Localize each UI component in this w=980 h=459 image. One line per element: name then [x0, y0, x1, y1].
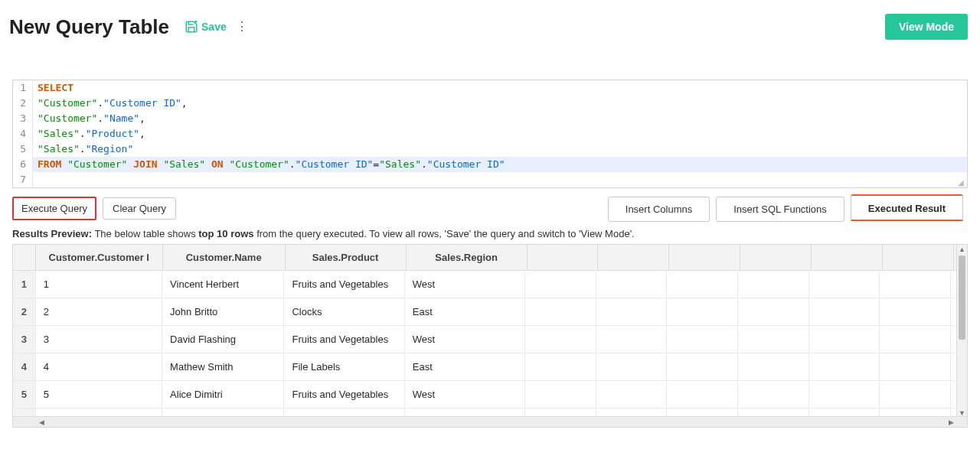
cell-empty	[596, 271, 668, 298]
table-row[interactable]: 66Elizabeth DavidArt SuppliesEast	[13, 409, 967, 416]
cell-region: West	[405, 326, 525, 353]
code-line[interactable]: 3"Customer"."Name",	[13, 111, 967, 126]
cell-empty	[596, 409, 668, 416]
cell-empty	[809, 353, 880, 380]
cell-customer-name: Mathew Smith	[162, 353, 284, 380]
line-number: 5	[13, 142, 33, 157]
cell-empty	[667, 271, 738, 298]
code-content[interactable]: "Customer"."Customer ID",	[33, 96, 967, 111]
table-row[interactable]: 22John BrittoClocksEast	[13, 298, 967, 326]
row-number: 4	[13, 353, 36, 380]
cell-empty	[880, 381, 951, 408]
horizontal-scrollbar[interactable]: ◀ ▶	[13, 416, 967, 427]
clear-query-button[interactable]: Clear Query	[103, 197, 176, 220]
line-number: 1	[13, 80, 33, 96]
code-content[interactable]: "Customer"."Name",	[33, 111, 967, 126]
cell-customer-name: Alice Dimitri	[162, 381, 284, 408]
editor-resize-handle[interactable]: ◢	[958, 178, 965, 186]
results-preview-text: Results Preview: The below table shows t…	[12, 228, 968, 239]
cell-product: Fruits and Vegetables	[284, 381, 404, 408]
code-line[interactable]: 4"Sales"."Product",	[13, 126, 967, 142]
page-header: New Query Table Save ⋮ View Mode	[0, 0, 980, 44]
cell-empty	[596, 381, 668, 408]
line-number: 7	[13, 172, 33, 187]
cell-empty	[596, 298, 668, 325]
code-line[interactable]: 5"Sales"."Region"	[13, 142, 967, 157]
column-header[interactable]: Customer.Customer I	[36, 245, 163, 270]
cell-empty	[525, 381, 596, 408]
execute-query-button[interactable]: Execute Query	[12, 197, 96, 220]
vertical-scroll-thumb[interactable]	[959, 256, 965, 340]
row-number: 1	[13, 271, 36, 298]
cell-empty	[880, 298, 951, 325]
cell-customer-id: 6	[36, 409, 162, 416]
row-number: 5	[13, 381, 36, 408]
save-button[interactable]: Save	[185, 20, 227, 34]
cell-customer-id: 4	[36, 353, 162, 380]
svg-point-0	[195, 21, 197, 23]
cell-product: Clocks	[284, 298, 404, 325]
code-content[interactable]: "Sales"."Product",	[33, 126, 967, 142]
cell-empty	[880, 271, 951, 298]
row-number: 6	[13, 409, 36, 416]
line-number: 4	[13, 126, 33, 142]
cell-customer-name: John Britto	[162, 298, 284, 325]
row-number: 2	[13, 298, 36, 325]
insert-columns-button[interactable]: Insert Columns	[608, 197, 710, 222]
save-label: Save	[201, 21, 227, 33]
cell-empty	[809, 409, 880, 416]
cell-empty	[525, 326, 596, 353]
cell-product: Art Supplies	[284, 409, 404, 416]
code-content[interactable]: "Sales"."Region"	[33, 142, 967, 157]
cell-customer-id: 3	[36, 326, 162, 353]
column-header-empty	[883, 245, 954, 270]
view-mode-button[interactable]: View Mode	[885, 14, 968, 40]
table-row[interactable]: 33David FlashingFruits and VegetablesWes…	[13, 326, 967, 353]
scroll-up-arrow[interactable]: ▲	[957, 245, 967, 254]
results-preview-label: Results Preview:	[12, 228, 92, 239]
line-number: 6	[13, 157, 33, 172]
column-header[interactable]: Sales.Region	[407, 245, 528, 270]
cell-empty	[667, 326, 738, 353]
more-menu-icon[interactable]: ⋮	[236, 21, 248, 33]
cell-empty	[667, 353, 738, 380]
table-row[interactable]: 11Vincent HerbertFruits and VegetablesWe…	[13, 271, 967, 298]
grid-header: Customer.Customer I Customer.Name Sales.…	[13, 245, 967, 271]
code-line[interactable]: 6FROM "Customer" JOIN "Sales" ON "Custom…	[13, 157, 967, 172]
row-number-header	[13, 245, 36, 270]
code-line[interactable]: 7	[13, 172, 967, 187]
column-header-empty	[598, 245, 669, 270]
cell-product: Fruits and Vegetables	[284, 271, 404, 298]
column-header-empty	[740, 245, 812, 270]
column-header-empty	[812, 245, 883, 270]
query-toolbar: Execute Query Clear Query Insert Columns…	[12, 194, 968, 222]
insert-sql-functions-button[interactable]: Insert SQL Functions	[716, 197, 844, 222]
code-content[interactable]	[33, 172, 967, 187]
cell-empty	[525, 298, 596, 325]
column-header[interactable]: Customer.Name	[163, 245, 286, 270]
code-line[interactable]: 1SELECT	[13, 80, 967, 96]
table-row[interactable]: 55Alice DimitriFruits and VegetablesWest	[13, 381, 967, 409]
vertical-scrollbar[interactable]: ▲ ▼	[956, 245, 967, 418]
line-number: 3	[13, 111, 33, 126]
column-header-empty	[669, 245, 740, 270]
cell-region: West	[405, 381, 525, 408]
sql-editor[interactable]: 1SELECT2"Customer"."Customer ID",3"Custo…	[12, 80, 968, 188]
scroll-right-arrow[interactable]: ▶	[946, 417, 956, 427]
cell-empty	[880, 353, 951, 380]
cell-region: East	[405, 409, 525, 416]
cell-empty	[880, 326, 951, 353]
scroll-left-arrow[interactable]: ◀	[36, 417, 47, 427]
table-row[interactable]: 44Mathew SmithFile LabelsEast	[13, 353, 967, 381]
cell-empty	[667, 409, 738, 416]
code-line[interactable]: 2"Customer"."Customer ID",	[13, 96, 967, 111]
column-header[interactable]: Sales.Product	[286, 245, 407, 270]
code-content[interactable]: SELECT	[33, 80, 967, 96]
cell-customer-name: David Flashing	[162, 326, 284, 353]
save-icon	[185, 20, 198, 34]
cell-product: File Labels	[284, 353, 404, 380]
code-content[interactable]: FROM "Customer" JOIN "Sales" ON "Custome…	[33, 157, 967, 172]
tab-executed-result[interactable]: Executed Result	[851, 194, 963, 222]
cell-customer-name: Vincent Herbert	[162, 271, 284, 298]
cell-empty	[525, 409, 596, 416]
